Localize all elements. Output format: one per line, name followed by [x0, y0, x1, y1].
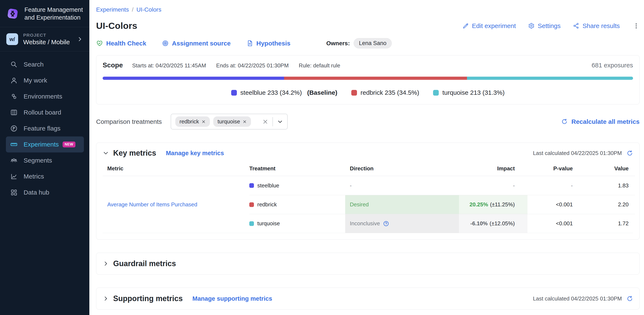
- share-results-label: Share results: [582, 22, 620, 29]
- sidebar-item-metrics[interactable]: Metrics: [6, 168, 84, 184]
- sidebar-item-label: Rollout board: [24, 109, 61, 116]
- bar-segment-steelblue: [103, 77, 284, 80]
- sidebar-nav: Search My work Environments Rollout boar…: [0, 51, 89, 200]
- project-label: PROJECT: [23, 33, 70, 38]
- scope-card: Scope Starts at: 04/20/2025 11:45AM Ends…: [96, 55, 640, 104]
- chip-label: redbrick: [180, 118, 199, 125]
- assignment-source-label: Assignment source: [172, 40, 230, 47]
- breadcrumb: Experiments / UI-Colors: [96, 6, 640, 13]
- sidebar-item-segments[interactable]: Segments: [6, 152, 84, 168]
- recalculate-all-metrics-button[interactable]: Recalculate all metrics: [561, 118, 640, 125]
- target-icon: [162, 40, 169, 47]
- sidebar-item-environments[interactable]: Environments: [6, 88, 84, 104]
- edit-experiment-button[interactable]: Edit experiment: [462, 22, 516, 29]
- direction-cell: Inconclusive: [345, 214, 459, 233]
- share-results-button[interactable]: Share results: [573, 22, 620, 29]
- project-selector[interactable]: w/ PROJECT Website / Mobile: [0, 27, 89, 51]
- settings-label: Settings: [538, 22, 560, 29]
- guardrail-metrics-card: Guardrail metrics: [96, 253, 640, 275]
- hexagons-icon: [10, 93, 18, 100]
- comparison-treatments-label: Comparison treatments: [96, 118, 162, 125]
- col-header-direction: Direction: [345, 161, 459, 176]
- treatment-swatch: [249, 221, 254, 226]
- line-chart-icon: [10, 173, 18, 180]
- user-icon: [10, 77, 18, 84]
- chevron-right-icon: [103, 261, 109, 267]
- sidebar-item-feature-flags[interactable]: Feature flags: [6, 120, 84, 136]
- treatment-cell-redbrick: redbrick: [249, 195, 345, 214]
- sidebar-item-label: Segments: [24, 157, 52, 164]
- sidebar-item-data-hub[interactable]: Data hub: [6, 184, 84, 200]
- chip-label: turquoise: [218, 118, 240, 125]
- project-name: Website / Mobile: [23, 38, 70, 46]
- legend-item-redbrick: redbrick 235 (34.5%): [351, 89, 419, 96]
- chevron-down-icon[interactable]: [277, 119, 283, 125]
- chip-remove-icon[interactable]: [202, 120, 206, 124]
- value-cell: 2.20: [581, 195, 635, 214]
- sidebar-item-label: Data hub: [24, 189, 49, 196]
- supporting-metrics-card: Supporting metrics Manage supporting met…: [96, 288, 640, 310]
- main-content: Experiments / UI-Colors UI-Colors Edit e…: [89, 0, 644, 315]
- guardrail-expand-button[interactable]: [103, 261, 109, 267]
- hypothesis-link[interactable]: Hypothesis: [246, 40, 290, 47]
- exposures-count: 681 exposures: [592, 62, 633, 69]
- key-metrics-collapse-button[interactable]: [103, 150, 109, 156]
- col-header-treatment: Treatment: [249, 161, 345, 176]
- sidebar: Feature Management and Experimentation w…: [0, 0, 89, 315]
- kebab-menu-icon[interactable]: [633, 22, 640, 29]
- refresh-supporting-metrics-button[interactable]: [626, 296, 633, 302]
- legend-swatch: [351, 90, 357, 96]
- refresh-key-metrics-button[interactable]: [626, 150, 633, 156]
- direction-cell: -: [345, 176, 459, 195]
- owners-label: Owners:: [326, 40, 350, 47]
- owner-pill[interactable]: Lena Sano: [354, 38, 392, 48]
- key-metrics-table: Metric Treatment Direction Impact P-valu…: [103, 161, 633, 233]
- sidebar-item-search[interactable]: Search: [6, 56, 84, 72]
- comparison-treatments-row: Comparison treatments redbrick turquoise…: [96, 114, 640, 129]
- col-header-value: Value: [581, 161, 635, 176]
- bar-segment-redbrick: [284, 77, 467, 80]
- treatment-swatch: [249, 183, 254, 188]
- chip-remove-icon[interactable]: [242, 120, 247, 124]
- flag-circle-icon: [10, 125, 18, 132]
- metric-name-link[interactable]: Average Number of Items Purchased: [103, 176, 249, 233]
- baseline-tag: (Baseline): [307, 89, 337, 96]
- key-metrics-title: Key metrics: [113, 149, 156, 157]
- sidebar-item-rollout-board[interactable]: Rollout board: [6, 104, 84, 120]
- columns-icon: [10, 109, 18, 116]
- new-badge: NEW: [62, 141, 76, 147]
- distribution-legend: steelblue 233 (34.2%) (Baseline) redbric…: [103, 89, 633, 96]
- manage-supporting-metrics-link[interactable]: Manage supporting metrics: [192, 295, 272, 302]
- impact-cell: -: [459, 176, 528, 195]
- manage-key-metrics-link[interactable]: Manage key metrics: [166, 150, 224, 157]
- sidebar-item-my-work[interactable]: My work: [6, 72, 84, 88]
- pencil-icon: [462, 22, 469, 29]
- legend-item-turquoise: turquoise 213 (31.3%): [433, 89, 504, 96]
- sidebar-item-experiments[interactable]: Experiments NEW: [6, 136, 84, 152]
- comparison-treatments-select[interactable]: redbrick turquoise: [171, 114, 288, 129]
- refresh-icon: [626, 150, 633, 156]
- scope-starts: Starts at: 04/20/2025 11:45AM: [132, 62, 206, 69]
- p-value-cell: <0.001: [528, 214, 581, 233]
- breadcrumb-current[interactable]: UI-Colors: [136, 6, 161, 13]
- impact-cell: 20.25% (±11.25%): [459, 195, 528, 214]
- page-title: UI-Colors: [96, 21, 137, 31]
- treatment-distribution-bar: [103, 77, 633, 80]
- ruler-icon: [10, 141, 18, 148]
- assignment-source-link[interactable]: Assignment source: [162, 40, 230, 47]
- health-check-link[interactable]: Health Check: [96, 40, 146, 47]
- settings-button[interactable]: Settings: [528, 22, 560, 29]
- inconclusive-help-icon[interactable]: [383, 221, 389, 227]
- scope-title: Scope: [103, 61, 123, 69]
- breadcrumb-experiments[interactable]: Experiments: [96, 6, 129, 13]
- refresh-icon: [626, 296, 633, 302]
- edit-experiment-label: Edit experiment: [472, 22, 516, 29]
- supporting-expand-button[interactable]: [103, 296, 109, 302]
- chevron-right-icon: [103, 296, 109, 302]
- scope-ends: Ends at: 04/22/2025 01:30PM: [216, 62, 289, 69]
- grid-icon: [10, 189, 18, 196]
- treatment-swatch: [249, 202, 254, 207]
- select-clear-icon[interactable]: [262, 119, 268, 125]
- supporting-metrics-title: Supporting metrics: [113, 294, 183, 303]
- chip-turquoise: turquoise: [213, 116, 251, 127]
